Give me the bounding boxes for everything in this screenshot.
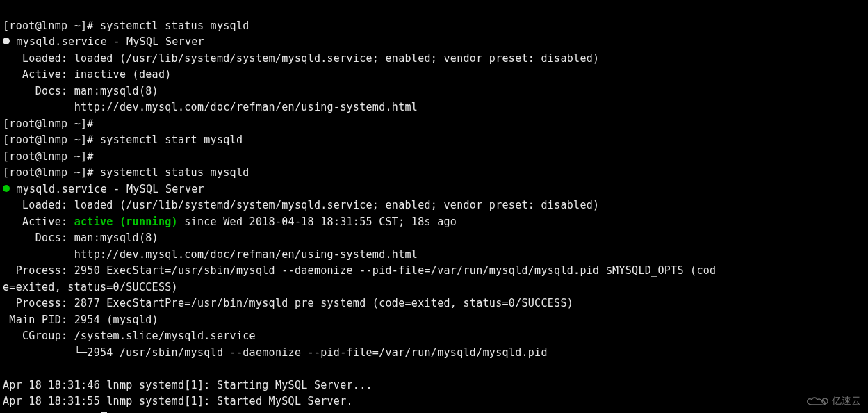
cgroup-line: CGroup: /system.slice/mysqld.service <box>3 330 256 342</box>
journal-line: Apr 18 18:31:55 lnmp systemd[1]: Started… <box>3 395 353 407</box>
docs-line: Docs: man:mysqld(8) <box>3 232 158 244</box>
loaded-line: Loaded: loaded (/usr/lib/systemd/system/… <box>3 52 599 65</box>
process-line: Process: 2950 ExecStart=/usr/sbin/mysqld… <box>3 264 716 277</box>
process-line: e=exited, status=0/SUCCESS) <box>3 281 178 293</box>
active-line: Active: inactive (dead) <box>3 68 172 81</box>
prompt: [root@lnmp ~]# <box>3 133 100 146</box>
docs-line: http://dev.mysql.com/doc/refman/en/using… <box>3 248 418 261</box>
active-line-prefix: Active: <box>3 216 74 228</box>
docs-line: Docs: man:mysqld(8) <box>3 85 158 97</box>
status-dot-active-icon <box>3 185 10 192</box>
active-state: active (running) <box>74 216 178 228</box>
prompt: [root@lnmp ~]# <box>3 19 100 32</box>
watermark: 亿速云 <box>805 395 861 407</box>
status-dot-inactive-icon <box>3 38 10 44</box>
unit-line: mysqld.service - MySQL Server <box>10 35 204 48</box>
active-line-suffix: since Wed 2018-04-18 18:31:55 CST; 18s a… <box>178 216 457 228</box>
prompt: [root@lnmp ~]# <box>3 166 100 179</box>
cloud-icon <box>805 395 829 407</box>
command-text: systemctl start mysqld <box>100 133 243 146</box>
process-line: Process: 2877 ExecStartPre=/usr/bin/mysq… <box>3 297 573 309</box>
watermark-text: 亿速云 <box>832 395 861 407</box>
command-text: systemctl status mysqld <box>100 19 249 32</box>
cgroup-tree-line: └─2954 /usr/sbin/mysqld --daemonize --pi… <box>3 346 548 359</box>
prompt: [root@lnmp ~]# <box>3 118 100 130</box>
prompt: [root@lnmp ~]# <box>3 150 100 163</box>
loaded-line: Loaded: loaded (/usr/lib/systemd/system/… <box>3 199 599 211</box>
unit-line: mysqld.service - MySQL Server <box>10 183 204 195</box>
command-text: systemctl status mysqld <box>100 166 249 179</box>
terminal-output[interactable]: [root@lnmp ~]# systemctl status mysqld m… <box>0 0 868 413</box>
docs-line: http://dev.mysql.com/doc/refman/en/using… <box>3 101 418 113</box>
main-pid-line: Main PID: 2954 (mysqld) <box>3 314 158 326</box>
journal-line: Apr 18 18:31:46 lnmp systemd[1]: Startin… <box>3 379 372 391</box>
